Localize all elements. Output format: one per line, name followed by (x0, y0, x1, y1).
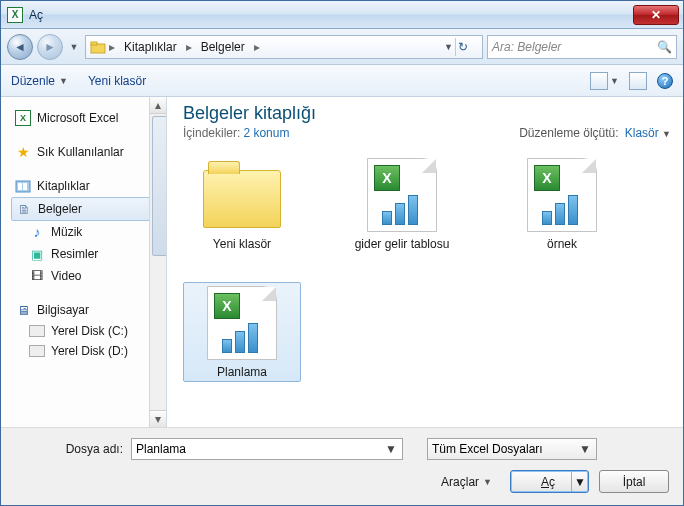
excel-file-icon: X (367, 158, 437, 232)
search-input[interactable]: Ara: Belgeler 🔍 (487, 35, 677, 59)
arrange-by: Düzenleme ölçütü: Klasör ▼ (519, 126, 671, 140)
document-icon: 🗎 (16, 201, 32, 217)
file-item-excel[interactable]: X gider gelir tablosu (343, 154, 461, 254)
tree-item-excel[interactable]: X Microsoft Excel (13, 107, 162, 129)
breadcrumb-item[interactable]: Kitaplıklar (118, 36, 183, 58)
dialog-footer: Dosya adı: Planlama ▼ Tüm Excel Dosyalar… (1, 427, 683, 505)
folder-icon (203, 170, 281, 228)
navigation-tree: X Microsoft Excel ★ Sık Kullanılanlar Ki… (1, 97, 167, 427)
svg-rect-3 (18, 183, 22, 190)
chevron-down-icon: ▼ (70, 42, 79, 52)
view-mode-button[interactable]: ▼ (590, 72, 619, 90)
open-button[interactable]: Aç ▼ (510, 470, 589, 493)
music-icon: ♪ (29, 224, 45, 240)
scroll-up-icon[interactable]: ▴ (150, 97, 166, 114)
library-title: Belgeler kitaplığı (183, 103, 316, 124)
close-icon: ✕ (651, 8, 661, 22)
window-title: Aç (29, 8, 633, 22)
breadcrumb-item[interactable]: Belgeler (195, 36, 251, 58)
excel-file-icon: X (207, 286, 277, 360)
open-dialog: X Aç ✕ ◄ ► ▼ ▸ Kitaplıklar ▸ Belgeler ▸ … (0, 0, 684, 506)
picture-icon: ▣ (29, 246, 45, 262)
organize-button[interactable]: Düzenle ▼ (11, 74, 68, 88)
tree-item-music[interactable]: ♪ Müzik (13, 221, 162, 243)
computer-icon: 🖥 (15, 302, 31, 318)
disk-icon (29, 325, 45, 337)
tree-item-pictures[interactable]: ▣ Resimler (13, 243, 162, 265)
refresh-icon[interactable]: ↻ (458, 40, 476, 54)
view-icon (590, 72, 608, 90)
tree-item-drive-c[interactable]: Yerel Disk (C:) (13, 321, 162, 341)
tools-dropdown[interactable]: Araçlar ▼ (441, 475, 492, 489)
excel-app-icon: X (7, 7, 23, 23)
includes-link[interactable]: 2 konum (243, 126, 289, 140)
chevron-down-icon: ▼ (578, 442, 592, 456)
tree-scrollbar[interactable]: ▴ ▾ (149, 97, 166, 427)
title-bar: X Aç ✕ (1, 1, 683, 29)
excel-file-icon: X (527, 158, 597, 232)
video-icon: 🎞 (29, 268, 45, 284)
filename-label: Dosya adı: (15, 442, 123, 456)
back-button[interactable]: ◄ (7, 34, 33, 60)
file-grid: Yeni klasör X gider gelir tablosu X (183, 144, 671, 382)
close-button[interactable]: ✕ (633, 5, 679, 25)
libraries-icon (15, 178, 31, 194)
chevron-down-icon: ▼ (384, 442, 398, 456)
chevron-down-icon[interactable]: ▼ (444, 42, 453, 52)
chevron-down-icon: ▼ (483, 477, 492, 487)
scroll-thumb[interactable] (152, 116, 167, 256)
chevron-right-icon: ▸ (106, 40, 118, 54)
tree-item-video[interactable]: 🎞 Video (13, 265, 162, 287)
chevron-right-icon: ▸ (251, 40, 263, 54)
star-icon: ★ (15, 144, 31, 160)
chevron-down-icon: ▼ (662, 129, 671, 139)
library-subtitle: İçindekiler: 2 konum (183, 126, 316, 140)
arrow-left-icon: ◄ (14, 40, 26, 54)
search-placeholder: Ara: Belgeler (492, 40, 561, 54)
chevron-down-icon: ▼ (572, 475, 588, 489)
forward-button[interactable]: ► (37, 34, 63, 60)
new-folder-button[interactable]: Yeni klasör (88, 74, 146, 88)
search-icon: 🔍 (657, 40, 672, 54)
svg-rect-4 (23, 183, 27, 190)
breadcrumb[interactable]: ▸ Kitaplıklar ▸ Belgeler ▸ ▼ ↻ (85, 35, 483, 59)
file-item-folder[interactable]: Yeni klasör (183, 154, 301, 254)
arrow-right-icon: ► (44, 40, 56, 54)
file-item-excel[interactable]: X örnek (503, 154, 621, 254)
file-item-excel-selected[interactable]: X Planlama (183, 282, 301, 382)
filename-combobox[interactable]: Planlama ▼ (131, 438, 403, 460)
tree-item-computer[interactable]: 🖥 Bilgisayar (13, 299, 162, 321)
history-dropdown[interactable]: ▼ (67, 42, 81, 52)
tree-item-favorites[interactable]: ★ Sık Kullanılanlar (13, 141, 162, 163)
file-view: Belgeler kitaplığı İçindekiler: 2 konum … (167, 97, 683, 427)
scroll-down-icon[interactable]: ▾ (150, 410, 166, 427)
library-header: Belgeler kitaplığı İçindekiler: 2 konum … (183, 103, 671, 144)
chevron-down-icon: ▼ (610, 76, 619, 86)
tree-item-libraries[interactable]: Kitaplıklar (13, 175, 162, 197)
tree-item-drive-d[interactable]: Yerel Disk (D:) (13, 341, 162, 361)
toolbar: Düzenle ▼ Yeni klasör ▼ ? (1, 65, 683, 97)
arrange-by-dropdown[interactable]: Klasör ▼ (625, 126, 671, 140)
excel-icon: X (15, 110, 31, 126)
chevron-down-icon: ▼ (59, 76, 68, 86)
tree-item-documents[interactable]: 🗎 Belgeler (11, 197, 162, 221)
cancel-button[interactable]: İptal (599, 470, 669, 493)
help-button[interactable]: ? (657, 73, 673, 89)
preview-pane-button[interactable] (629, 72, 647, 90)
chevron-right-icon: ▸ (183, 40, 195, 54)
nav-bar: ◄ ► ▼ ▸ Kitaplıklar ▸ Belgeler ▸ ▼ ↻ Ara… (1, 29, 683, 65)
dialog-body: X Microsoft Excel ★ Sık Kullanılanlar Ki… (1, 97, 683, 427)
folder-icon (90, 39, 106, 55)
disk-icon (29, 345, 45, 357)
svg-rect-1 (91, 42, 97, 45)
file-type-filter[interactable]: Tüm Excel Dosyaları ▼ (427, 438, 597, 460)
